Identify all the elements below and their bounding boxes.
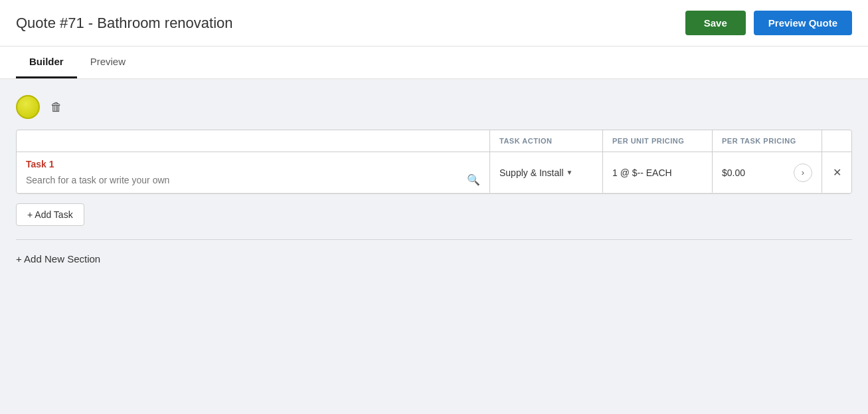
per-task-cell: $0.00 › <box>713 152 822 193</box>
dropdown-arrow-icon: ▼ <box>566 169 573 176</box>
task-search-input[interactable] <box>26 175 462 185</box>
task-action-cell: Supply & Install ▼ <box>490 152 603 193</box>
col-header-per-unit: PER UNIT PRICING <box>603 130 713 152</box>
search-icon: 🔍 <box>467 173 480 186</box>
page-title: Quote #71 - Bathroom renovation <box>16 15 233 32</box>
per-unit-cell: 1 @ $-- EACH <box>603 152 713 193</box>
tab-bar: Builder Preview <box>0 47 868 79</box>
task-action-dropdown[interactable]: Supply & Install ▼ <box>499 167 572 178</box>
task-name-cell: Task 1 🔍 <box>17 152 490 193</box>
per-unit-value[interactable]: 1 @ $-- EACH <box>612 167 672 178</box>
table-row: Task 1 🔍 Supply & Install ▼ 1 @ $-- EACH <box>17 152 851 193</box>
tab-builder[interactable]: Builder <box>16 47 77 78</box>
task-search-row: 🔍 <box>26 173 480 186</box>
section-divider <box>16 239 852 240</box>
task-table-header: TASK ACTION PER UNIT PRICING PER TASK PR… <box>17 130 851 152</box>
quote-number: Quote #71 <box>16 15 84 31</box>
page-header: Quote #71 - Bathroom renovation Save Pre… <box>0 0 868 47</box>
col-header-per-task: PER TASK PRICING <box>713 130 822 152</box>
col-header-task <box>17 130 490 152</box>
task-table: TASK ACTION PER UNIT PRICING PER TASK PR… <box>16 130 852 194</box>
tab-preview[interactable]: Preview <box>77 47 139 78</box>
quote-name: Bathroom renovation <box>97 15 232 31</box>
save-button[interactable]: Save <box>685 11 746 35</box>
main-content: 🗑 TASK ACTION PER UNIT PRICING PER TASK … <box>0 79 868 398</box>
delete-section-icon[interactable]: 🗑 <box>50 100 62 114</box>
per-task-price: $0.00 <box>722 167 745 178</box>
task-number: Task 1 <box>26 159 54 169</box>
close-cell: ✕ <box>822 152 851 193</box>
expand-row-button[interactable]: › <box>794 163 812 182</box>
task-action-label: Supply & Install <box>499 167 564 178</box>
section-color-dot[interactable] <box>16 95 40 119</box>
col-header-task-action: TASK ACTION <box>490 130 603 152</box>
col-header-close <box>822 130 851 152</box>
preview-quote-button[interactable]: Preview Quote <box>754 11 852 35</box>
add-task-button[interactable]: + Add Task <box>16 203 84 226</box>
close-row-button[interactable]: ✕ <box>833 166 841 179</box>
header-buttons: Save Preview Quote <box>685 11 852 35</box>
add-section-button[interactable]: + Add New Section <box>16 253 100 264</box>
section-controls: 🗑 <box>16 92 852 122</box>
